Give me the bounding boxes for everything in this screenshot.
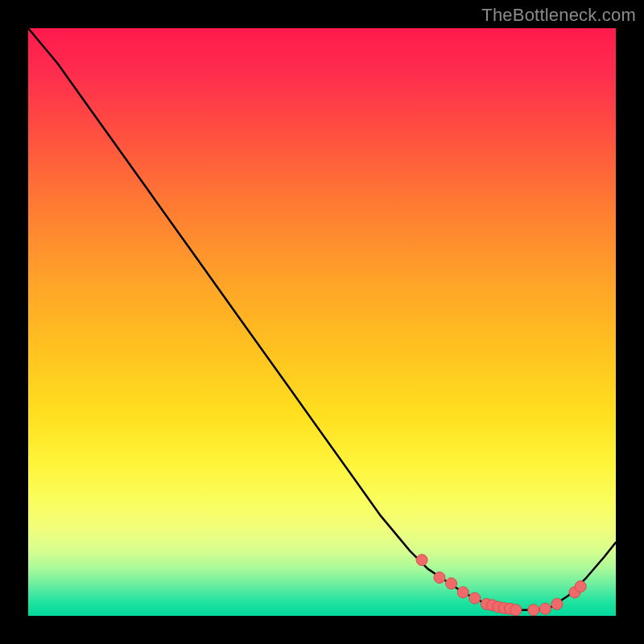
svg-point-12: [539, 603, 551, 614]
svg-point-15: [575, 581, 586, 592]
curve-points: [416, 555, 586, 616]
chart-container: TheBottleneck.com: [0, 0, 644, 644]
svg-point-4: [469, 592, 481, 604]
svg-point-3: [457, 587, 469, 598]
svg-point-0: [416, 555, 427, 566]
watermark-text: TheBottleneck.com: [481, 5, 636, 26]
svg-point-11: [528, 605, 539, 616]
svg-point-1: [434, 572, 445, 584]
chart-plot: [28, 28, 616, 616]
svg-point-2: [446, 578, 457, 589]
svg-point-13: [551, 598, 563, 609]
curve-line: [28, 28, 616, 610]
svg-point-10: [510, 605, 522, 616]
